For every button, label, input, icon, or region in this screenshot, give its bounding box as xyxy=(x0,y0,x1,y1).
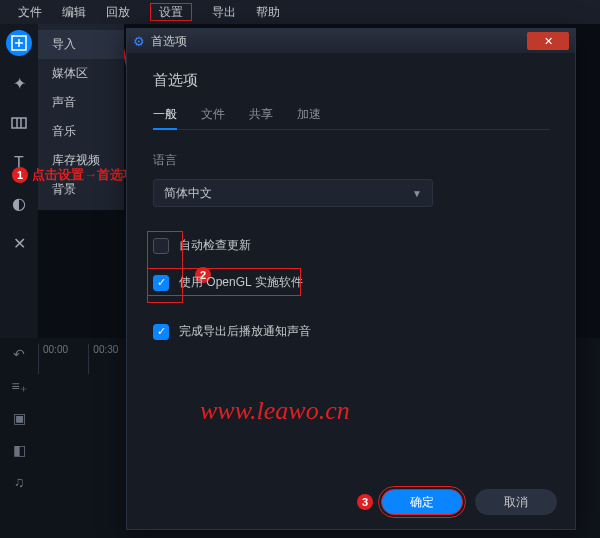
magic-wand-icon[interactable]: ✦ xyxy=(6,70,32,96)
dialog-title: 首选项 xyxy=(151,33,187,50)
import-item-import[interactable]: 导入 xyxy=(38,30,124,59)
undo-icon[interactable]: ↶ xyxy=(13,346,25,362)
chevron-down-icon: ▼ xyxy=(412,188,422,199)
menu-edit[interactable]: 编辑 xyxy=(52,0,96,24)
import-item-music[interactable]: 音乐 xyxy=(38,117,124,146)
dialog-footer: 3 确定 取消 xyxy=(357,489,557,515)
dialog-tabs: 一般 文件 共享 加速 xyxy=(153,106,549,130)
timeline-toolbar: ↶ ≡₊ ▣ ◧ ♫ xyxy=(0,338,38,538)
dialog-icon: ⚙ xyxy=(133,34,145,49)
menu-settings[interactable]: 设置 xyxy=(140,0,202,24)
transitions-icon[interactable] xyxy=(6,110,32,136)
stickers-icon[interactable]: ◐ xyxy=(6,190,32,216)
import-item-media[interactable]: 媒体区 xyxy=(38,59,124,88)
annotation-text: 点击设置→首选项 xyxy=(32,166,136,184)
badge-1: 1 xyxy=(12,167,28,183)
tab-general[interactable]: 一般 xyxy=(153,106,177,130)
opengl-row: 使用 OpenGL 实施软件 xyxy=(153,274,549,291)
sound-notify-checkbox[interactable] xyxy=(153,324,169,340)
dialog-titlebar[interactable]: ⚙ 首选项 ✕ xyxy=(127,29,575,53)
more-tools-icon[interactable]: ✕ xyxy=(6,230,32,256)
svg-rect-4 xyxy=(12,118,26,128)
cancel-button[interactable]: 取消 xyxy=(475,489,557,515)
language-label: 语言 xyxy=(153,152,549,169)
auto-update-row: 自动检查更新 2 xyxy=(153,237,549,254)
highlight-box-opengl xyxy=(147,268,301,296)
menu-file[interactable]: 文件 xyxy=(8,0,52,24)
annotation-step1: 1 点击设置→首选项 xyxy=(12,166,136,184)
dialog-heading: 首选项 xyxy=(153,71,549,90)
auto-update-label: 自动检查更新 xyxy=(179,237,251,254)
close-button[interactable]: ✕ xyxy=(527,32,569,50)
preferences-dialog: ⚙ 首选项 ✕ 首选项 一般 文件 共享 加速 语言 简体中文 ▼ 自动检查更新… xyxy=(126,28,576,530)
tab-accel[interactable]: 加速 xyxy=(297,106,321,123)
tab-file[interactable]: 文件 xyxy=(201,106,225,123)
menu-playback[interactable]: 回放 xyxy=(96,0,140,24)
tab-share[interactable]: 共享 xyxy=(249,106,273,123)
menu-help[interactable]: 帮助 xyxy=(246,0,290,24)
add-media-icon[interactable] xyxy=(6,30,32,56)
menu-export[interactable]: 导出 xyxy=(202,0,246,24)
crop-icon[interactable]: ▣ xyxy=(13,410,26,426)
language-value: 简体中文 xyxy=(164,185,212,202)
color-icon[interactable]: ◧ xyxy=(13,442,26,458)
language-select[interactable]: 简体中文 ▼ xyxy=(153,179,433,207)
badge-3: 3 xyxy=(357,494,373,510)
audio-icon[interactable]: ♫ xyxy=(14,474,25,490)
sound-notify-row: 完成导出后播放通知声音 xyxy=(153,323,549,340)
ok-button[interactable]: 确定 xyxy=(381,489,463,515)
split-icon[interactable]: ≡₊ xyxy=(11,378,26,394)
sound-notify-label: 完成导出后播放通知声音 xyxy=(179,323,311,340)
menubar: 文件 编辑 回放 设置 导出 帮助 xyxy=(0,0,600,24)
import-item-sound[interactable]: 声音 xyxy=(38,88,124,117)
